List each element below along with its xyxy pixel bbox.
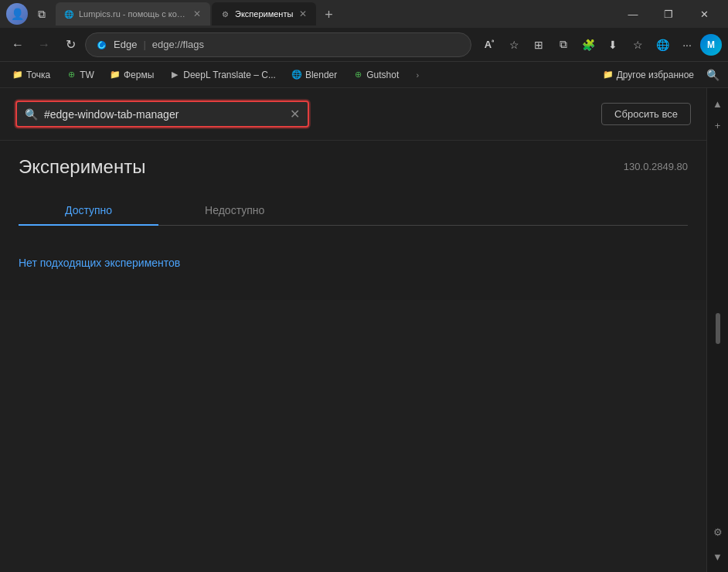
address-edge-text: Edge	[114, 39, 137, 50]
back-button[interactable]: ←	[6, 33, 29, 56]
bookmark-fermy-icon: 📁	[110, 70, 121, 80]
scroll-thumb[interactable]	[716, 313, 720, 344]
copilot-button[interactable]: M	[700, 34, 722, 56]
tab-experiments[interactable]: ⚙ Эксперименты ✕	[212, 2, 316, 26]
bookmark-blender-label: Blender	[305, 70, 337, 80]
address-bar[interactable]: Edge | edge://flags	[85, 32, 471, 57]
sidebar-scroll-down[interactable]: ▼	[709, 547, 727, 566]
more-tools-button[interactable]: ···	[675, 33, 699, 56]
tab-experiments-label: Эксперименты	[235, 9, 293, 19]
bookmark-gutshot[interactable]: ⊕ Gutshot	[346, 67, 405, 83]
settings-icon[interactable]: ⚙	[709, 523, 727, 541]
sidebar-scroll-up[interactable]: ▲	[709, 94, 727, 113]
translate-icon[interactable]: Aᵃ	[478, 33, 501, 56]
nav-right-icons: Aᵃ ☆ ⊞ ⧉ 🧩 ⬇ ☆ 🌐 ··· M	[478, 33, 722, 56]
bookmark-other-icon: 📁	[603, 70, 614, 80]
flags-inner: Эксперименты 130.0.2849.80 Доступно Недо…	[0, 141, 706, 300]
tab-manager-icon[interactable]: ⧉	[34, 6, 49, 22]
search-icon: 🔍	[25, 108, 38, 121]
address-url: edge://flags	[152, 39, 461, 50]
tabs-bar: 🌐 Lumpics.ru - помощь с компью... ✕ ⚙ Эк…	[53, 2, 612, 26]
bookmark-tw-label: TW	[80, 70, 94, 80]
bookmark-tochka[interactable]: 📁 Точка	[6, 67, 56, 83]
bookmark-tochka-label: Точка	[26, 70, 50, 80]
restore-button[interactable]: ❐	[651, 0, 686, 28]
title-bar: 👤 ⧉ 🌐 Lumpics.ru - помощь с компью... ✕ …	[0, 0, 728, 28]
edge-logo-icon	[95, 39, 107, 51]
flags-version: 130.0.2849.80	[624, 161, 688, 172]
address-divider: |	[143, 39, 145, 50]
new-tab-button[interactable]: +	[318, 4, 339, 26]
search-input[interactable]: #edge-window-tab-manager	[44, 108, 284, 121]
bookmark-gutshot-icon: ⊕	[352, 70, 363, 80]
tab-lumpics[interactable]: 🌐 Lumpics.ru - помощь с компью... ✕	[56, 2, 210, 26]
flags-content: Эксперименты 130.0.2849.80 Доступно Недо…	[0, 141, 706, 572]
title-bar-icons: ⧉	[34, 6, 49, 22]
bookmark-gutshot-label: Gutshot	[366, 70, 399, 80]
tab-unavailable[interactable]: Недоступно	[158, 196, 311, 226]
extensions-icon[interactable]: 🧩	[577, 33, 600, 56]
sidebar-add-button[interactable]: +	[709, 116, 727, 134]
avatar[interactable]: 👤	[6, 3, 28, 25]
tab-lumpics-label: Lumpics.ru - помощь с компью...	[79, 9, 187, 19]
tab-experiments-close[interactable]: ✕	[298, 7, 308, 21]
tab-experiments-favicon: ⚙	[219, 9, 230, 19]
bookmark-fermy-label: Фермы	[124, 70, 154, 80]
collections-icon[interactable]: ⊞	[527, 33, 550, 56]
main-content: 🔍 #edge-window-tab-manager ✕ Сбросить вс…	[0, 88, 728, 572]
browser-favorites-icon[interactable]: ☆	[626, 33, 649, 56]
bookmark-deepl-icon: ▶	[169, 70, 180, 80]
page-content: 🔍 #edge-window-tab-manager ✕ Сбросить вс…	[0, 88, 706, 572]
workspaces-icon[interactable]: 🌐	[651, 33, 674, 56]
bookmark-deepl-label: DeepL Translate – C...	[183, 70, 276, 80]
no-experiments-message: Нет подходящих экспериментов	[19, 241, 688, 284]
close-button[interactable]: ✕	[686, 0, 722, 28]
bookmark-blender-icon: 🌐	[291, 70, 302, 80]
bookmarks-bar: 📁 Точка ⊕ TW 📁 Фермы ▶ DeepL Translate –…	[0, 62, 728, 88]
navigation-bar: ← → ↻ Edge | edge://flags Aᵃ ☆ ⊞ ⧉ 🧩 ⬇ ☆…	[0, 28, 728, 62]
flags-tabs: Доступно Недоступно	[19, 196, 688, 226]
bookmark-blender[interactable]: 🌐 Blender	[285, 67, 343, 83]
downloads-icon[interactable]: ⬇	[601, 33, 624, 56]
bookmark-other-label: Другое избранное	[617, 70, 694, 80]
minimize-button[interactable]: —	[615, 0, 651, 28]
bookmarks-more-button[interactable]: ›	[408, 66, 427, 84]
search-clear-button[interactable]: ✕	[290, 107, 300, 121]
refresh-button[interactable]: ↻	[59, 33, 82, 56]
bookmark-fermy[interactable]: 📁 Фермы	[104, 67, 160, 83]
flags-header: Эксперименты 130.0.2849.80	[19, 156, 688, 178]
right-sidebar: ▲ + ⚙ ▼	[706, 88, 728, 572]
bookmark-other-favorites[interactable]: 📁 Другое избранное	[597, 67, 700, 83]
bookmarks-search-icon[interactable]: 🔍	[703, 66, 722, 84]
flags-search-box[interactable]: 🔍 #edge-window-tab-manager ✕	[15, 100, 309, 128]
tab-lumpics-close[interactable]: ✕	[192, 7, 202, 21]
split-screen-icon[interactable]: ⧉	[552, 33, 575, 56]
window-controls: — ❐ ✕	[615, 0, 722, 28]
bookmark-tw[interactable]: ⊕ TW	[60, 67, 100, 83]
bookmark-tw-icon: ⊕	[66, 70, 77, 80]
flags-title: Эксперименты	[19, 156, 145, 178]
tab-available[interactable]: Доступно	[19, 196, 158, 226]
forward-button[interactable]: →	[32, 33, 56, 56]
favorites-icon[interactable]: ☆	[502, 33, 526, 56]
tab-lumpics-favicon: 🌐	[63, 9, 74, 19]
bookmark-tochka-icon: 📁	[12, 70, 23, 80]
reset-all-button[interactable]: Сбросить все	[601, 103, 691, 125]
flags-search-area: 🔍 #edge-window-tab-manager ✕ Сбросить вс…	[0, 88, 706, 141]
bookmark-deepl[interactable]: ▶ DeepL Translate – C...	[163, 67, 282, 83]
